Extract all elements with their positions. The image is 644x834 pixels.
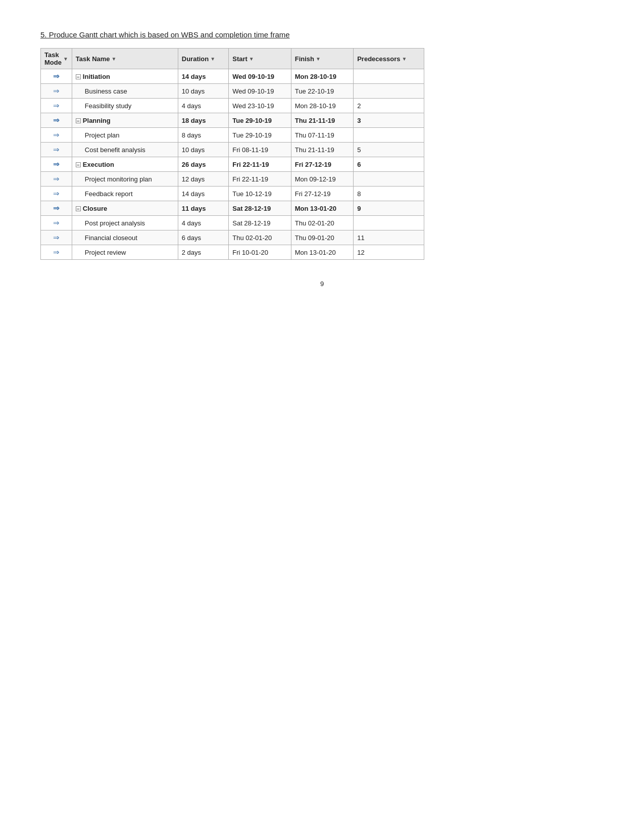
start-cell: Sat 28-12-19: [229, 201, 291, 216]
table-row: ⇒Feedback report14 daysTue 10-12-19Fri 2…: [41, 187, 424, 201]
start-cell: Sat 28-12-19: [229, 216, 291, 230]
sort-arrow-mode[interactable]: ▼: [63, 56, 68, 62]
table-row: ⇒Financial closeout6 daysThu 02-01-20Thu…: [41, 230, 424, 245]
predecessors-cell: 6: [354, 157, 424, 172]
finish-cell: Thu 02-01-20: [291, 216, 353, 230]
predecessors-cell: 11: [354, 230, 424, 245]
task-mode-icon: ⇒: [53, 101, 60, 110]
start-cell: Tue 29-10-19: [229, 128, 291, 143]
sort-arrow-finish[interactable]: ▼: [316, 56, 321, 62]
finish-cell: Tue 22-10-19: [291, 84, 353, 99]
duration-cell: 10 days: [178, 143, 228, 157]
duration-cell: 2 days: [178, 245, 228, 260]
task-name-cell: −Closure: [72, 201, 178, 216]
table-row: ⇒−Closure11 daysSat 28-12-19Mon 13-01-20…: [41, 201, 424, 216]
collapse-icon[interactable]: −: [76, 74, 81, 79]
col-header-duration[interactable]: Duration ▼: [178, 49, 228, 69]
start-cell: Wed 23-10-19: [229, 99, 291, 113]
task-mode-icon: ⇒: [53, 72, 60, 81]
task-name-cell: −Planning: [72, 113, 178, 128]
task-name-cell: Financial closeout: [72, 230, 178, 245]
duration-cell: 14 days: [178, 187, 228, 201]
table-row: ⇒Project monitoring plan12 daysFri 22-11…: [41, 172, 424, 187]
table-row: ⇒Feasibility study4 daysWed 23-10-19Mon …: [41, 99, 424, 113]
task-mode-icon: ⇒: [53, 130, 60, 140]
predecessors-cell: [354, 128, 424, 143]
col-header-finish[interactable]: Finish ▼: [291, 49, 353, 69]
task-mode-cell: ⇒: [41, 172, 72, 187]
task-name-cell: −Execution: [72, 157, 178, 172]
page-title: 5. Produce Gantt chart which is based on…: [40, 30, 604, 39]
sort-arrow-start[interactable]: ▼: [249, 56, 254, 62]
start-cell: Tue 29-10-19: [229, 113, 291, 128]
finish-cell: Thu 21-11-19: [291, 113, 353, 128]
sort-arrow-pred[interactable]: ▼: [402, 56, 407, 62]
table-row: ⇒Business case10 daysWed 09-10-19Tue 22-…: [41, 84, 424, 99]
page-number: 9: [40, 280, 604, 288]
task-name-cell: Business case: [72, 84, 178, 99]
table-row: ⇒Project review2 daysFri 10-01-20Mon 13-…: [41, 245, 424, 260]
finish-cell: Mon 13-01-20: [291, 201, 353, 216]
table-row: ⇒Cost benefit analysis10 daysFri 08-11-1…: [41, 143, 424, 157]
duration-cell: 12 days: [178, 172, 228, 187]
task-mode-icon: ⇒: [53, 160, 60, 169]
table-row: ⇒Project plan8 daysTue 29-10-19Thu 07-11…: [41, 128, 424, 143]
task-mode-icon: ⇒: [53, 174, 60, 183]
start-cell: Tue 10-12-19: [229, 187, 291, 201]
predecessors-cell: [354, 84, 424, 99]
finish-cell: Mon 13-01-20: [291, 245, 353, 260]
task-mode-cell: ⇒: [41, 201, 72, 216]
task-mode-icon: ⇒: [53, 248, 60, 257]
predecessors-cell: 9: [354, 201, 424, 216]
start-cell: Fri 10-01-20: [229, 245, 291, 260]
predecessors-cell: [354, 216, 424, 230]
col-header-task-mode[interactable]: Task Mode ▼: [41, 49, 72, 69]
finish-cell: Mon 28-10-19: [291, 69, 353, 84]
task-mode-cell: ⇒: [41, 143, 72, 157]
task-mode-cell: ⇒: [41, 216, 72, 230]
finish-cell: Mon 28-10-19: [291, 99, 353, 113]
finish-cell: Fri 27-12-19: [291, 187, 353, 201]
col-header-task-name[interactable]: Task Name ▼: [72, 49, 178, 69]
task-mode-icon: ⇒: [53, 204, 60, 213]
start-cell: Wed 09-10-19: [229, 69, 291, 84]
duration-cell: 11 days: [178, 201, 228, 216]
duration-cell: 4 days: [178, 216, 228, 230]
task-mode-cell: ⇒: [41, 69, 72, 84]
duration-cell: 8 days: [178, 128, 228, 143]
predecessors-cell: 5: [354, 143, 424, 157]
duration-cell: 26 days: [178, 157, 228, 172]
predecessors-cell: 12: [354, 245, 424, 260]
task-mode-cell: ⇒: [41, 187, 72, 201]
collapse-icon[interactable]: −: [76, 118, 81, 123]
task-mode-cell: ⇒: [41, 245, 72, 260]
collapse-icon[interactable]: −: [76, 162, 81, 167]
task-mode-icon: ⇒: [53, 189, 60, 198]
predecessors-cell: [354, 172, 424, 187]
start-cell: Wed 09-10-19: [229, 84, 291, 99]
gantt-table: Task Mode ▼ Task Name ▼ Duration ▼ Start: [40, 48, 424, 260]
task-name-cell: Project plan: [72, 128, 178, 143]
task-name-cell: Project review: [72, 245, 178, 260]
task-name-cell: Cost benefit analysis: [72, 143, 178, 157]
predecessors-cell: 3: [354, 113, 424, 128]
duration-cell: 4 days: [178, 99, 228, 113]
collapse-icon[interactable]: −: [76, 206, 81, 211]
table-row: ⇒−Initiation14 daysWed 09-10-19Mon 28-10…: [41, 69, 424, 84]
task-mode-cell: ⇒: [41, 84, 72, 99]
duration-cell: 18 days: [178, 113, 228, 128]
task-name-cell: Project monitoring plan: [72, 172, 178, 187]
task-mode-icon: ⇒: [53, 145, 60, 154]
sort-arrow-name[interactable]: ▼: [112, 56, 117, 62]
finish-cell: Thu 21-11-19: [291, 143, 353, 157]
col-header-predecessors[interactable]: Predecessors ▼: [354, 49, 424, 69]
sort-arrow-duration[interactable]: ▼: [210, 56, 215, 62]
task-name-cell: Feasibility study: [72, 99, 178, 113]
task-mode-cell: ⇒: [41, 113, 72, 128]
col-header-start[interactable]: Start ▼: [229, 49, 291, 69]
task-mode-icon: ⇒: [53, 86, 60, 96]
task-mode-cell: ⇒: [41, 128, 72, 143]
task-mode-icon: ⇒: [53, 116, 60, 125]
task-mode-cell: ⇒: [41, 157, 72, 172]
task-name-cell: Post project analysis: [72, 216, 178, 230]
